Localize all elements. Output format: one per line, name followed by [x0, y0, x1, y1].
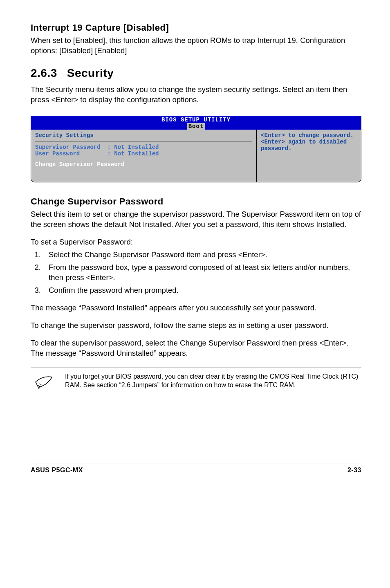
heading-interrupt19: Interrupt 19 Capture [Disabled] — [31, 22, 361, 33]
para-interrupt19: When set to [Enabled], this function all… — [31, 36, 361, 56]
bios-help-line2: <Enter> again to disabled password. — [261, 139, 357, 152]
page-footer: ASUS P5GC-MX 2-33 — [31, 464, 361, 474]
bios-help-line1: <Enter> to change password. — [261, 132, 357, 139]
heading-security: 2.6.3Security — [31, 67, 361, 80]
bios-title: BIOS SETUP UTILITY — [31, 117, 361, 123]
bios-left-panel: Security Settings Supervisor Password : … — [31, 130, 257, 182]
heading-security-num: 2.6.3 — [31, 67, 57, 80]
bios-header: BIOS SETUP UTILITY Boot — [31, 116, 361, 130]
bios-row-supervisor-value: : Not Installed — [107, 144, 159, 150]
para-csp-3: The message “Password Installed” appears… — [31, 303, 361, 313]
para-csp-2: To set a Supervisor Password: — [31, 237, 361, 247]
note-block: If you forget your BIOS password, you ca… — [31, 368, 361, 394]
heading-change-supervisor: Change Supervisor Password — [31, 196, 361, 207]
bios-right-panel: <Enter> to change password. <Enter> agai… — [257, 130, 361, 182]
bios-section-title: Security Settings — [35, 132, 252, 141]
para-csp-4: To change the supervisor password, follo… — [31, 321, 361, 331]
heading-security-title: Security — [67, 67, 114, 79]
footer-left: ASUS P5GC-MX — [31, 467, 83, 474]
footer-right: 2-33 — [347, 467, 361, 474]
para-csp-5: To clear the supervisor password, select… — [31, 338, 361, 359]
para-security-intro: The Security menu items allow you to cha… — [31, 85, 361, 105]
pencil-note-icon — [33, 373, 56, 389]
note-text: If you forget your BIOS password, you ca… — [65, 372, 359, 390]
step-2: From the password box, type a password c… — [43, 263, 361, 283]
step-1: Select the Change Supervisor Password it… — [43, 250, 361, 260]
para-csp-1: Select this item to set or change the su… — [31, 209, 361, 230]
bios-tab-boot: Boot — [187, 123, 206, 130]
bios-row-user-label: User Password — [35, 150, 80, 157]
step-3: Confirm the password when prompted. — [43, 285, 361, 296]
steps-list: Select the Change Supervisor Password it… — [31, 250, 361, 296]
bios-row-supervisor: Supervisor Password : Not Installed — [35, 144, 252, 150]
bios-row-supervisor-label: Supervisor Password — [35, 144, 101, 150]
bios-screenshot: BIOS SETUP UTILITY Boot Security Setting… — [31, 116, 361, 182]
bios-change-supervisor: Change Supervisor Password — [35, 161, 252, 168]
bios-row-user-value: : Not Installed — [107, 150, 159, 157]
svg-line-0 — [39, 384, 42, 385]
bios-row-user: User Password : Not Installed — [35, 150, 252, 157]
